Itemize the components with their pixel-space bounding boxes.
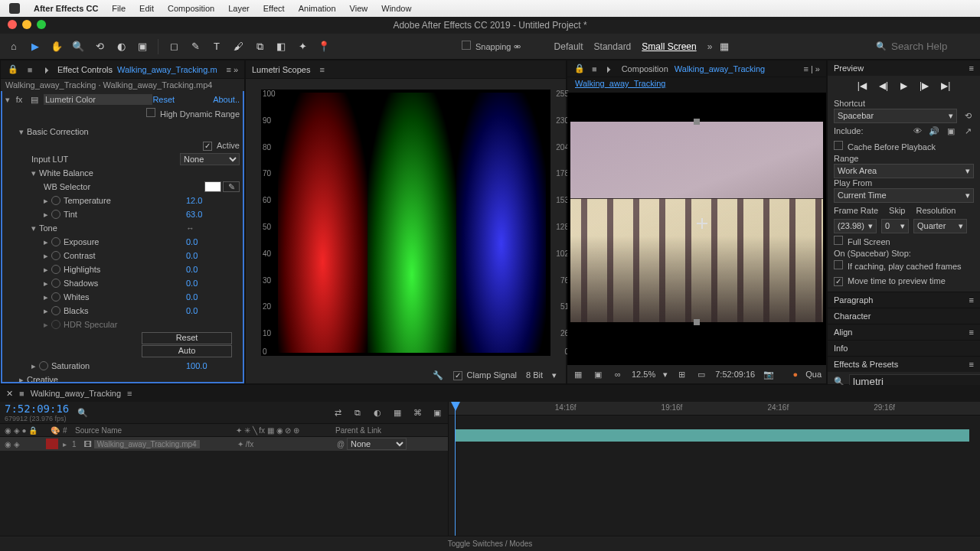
stopwatch-icon[interactable] <box>51 251 60 260</box>
toggle-switches-button[interactable]: Toggle Switches / Modes <box>0 537 980 551</box>
playfrom-select[interactable]: Current Time▾ <box>834 188 974 203</box>
effect-controls-clip[interactable]: Walking_away_Tracking.m <box>117 65 217 74</box>
eyedropper-white-icon[interactable] <box>204 181 221 192</box>
stopwatch-icon[interactable] <box>51 265 60 274</box>
viewer-timecode[interactable]: 7:52:09:16 <box>715 370 755 379</box>
reset-icon[interactable]: ⟲ <box>962 111 974 121</box>
time-ruler[interactable]: 14:16f 19:16f 24:16f 29:16f <box>449 402 980 416</box>
fps-select[interactable]: (23.98)▾ <box>834 219 877 233</box>
tone-auto-button[interactable]: Auto <box>142 345 232 357</box>
shadows-value[interactable]: 0.0 <box>186 279 240 288</box>
zoom-tool-icon[interactable]: 🔍 <box>69 37 87 56</box>
transform-handle[interactable] <box>694 119 700 125</box>
snapping-toggle[interactable]: Snapping ⚮ <box>462 41 521 52</box>
workspace-default[interactable]: Default <box>554 41 583 52</box>
close-tab-icon[interactable]: ✕ <box>6 389 13 399</box>
composition-tab[interactable]: Composition <box>622 64 668 73</box>
app-name[interactable]: After Effects CC <box>34 4 98 13</box>
minimize-window-icon[interactable] <box>22 20 31 29</box>
temperature-value[interactable]: 12.0 <box>186 196 240 205</box>
tone-reset-button[interactable]: Reset <box>142 332 232 344</box>
prev-frame-icon[interactable]: ◀| <box>879 80 888 91</box>
zoom-window-icon[interactable] <box>37 20 46 29</box>
external-icon[interactable]: ↗ <box>962 126 974 136</box>
grid-icon[interactable]: ▦ <box>572 370 584 380</box>
close-window-icon[interactable] <box>8 20 17 29</box>
blacks-value[interactable]: 0.0 <box>186 306 240 315</box>
playhead[interactable] <box>455 402 456 536</box>
anchor-point-icon[interactable] <box>697 218 707 229</box>
menu-edit[interactable]: Edit <box>139 4 154 13</box>
workspace-small-screen[interactable]: Small Screen <box>642 41 696 52</box>
exposure-value[interactable]: 0.0 <box>186 237 240 246</box>
stopwatch-icon[interactable] <box>51 210 60 219</box>
brush-tool-icon[interactable]: 🖌 <box>229 37 247 56</box>
bit-depth[interactable]: 8 Bit <box>526 370 543 380</box>
parent-select[interactable]: None <box>347 438 407 450</box>
skip-select[interactable]: 0▾ <box>881 219 909 233</box>
tl-switch2-icon[interactable]: ⧉ <box>351 408 364 418</box>
pen-tool-icon[interactable]: ✎ <box>186 37 204 56</box>
selection-tool-icon[interactable]: ▶ <box>26 37 44 56</box>
menu-layer[interactable]: Layer <box>228 4 250 13</box>
tone-group[interactable]: Tone <box>39 223 186 233</box>
white-balance-group[interactable]: White Balance <box>39 168 240 178</box>
menu-animation[interactable]: Animation <box>299 4 336 13</box>
move-time-checkbox[interactable]: Move time to preview time <box>834 276 946 286</box>
fx-toggle-icon[interactable]: fx <box>13 95 25 104</box>
menu-effect[interactable]: Effect <box>263 4 285 13</box>
audio-icon[interactable]: 🔊 <box>928 126 940 136</box>
basic-correction-group[interactable]: Basic Correction <box>27 127 240 136</box>
overlay-icon[interactable]: ▣ <box>945 126 957 136</box>
effect-reset-link[interactable]: Reset <box>152 95 175 104</box>
whites-value[interactable]: 0.0 <box>186 292 240 302</box>
align-panel-tab[interactable]: Align <box>834 328 852 337</box>
lock-icon[interactable]: 🔒 <box>7 64 19 74</box>
tl-switch6-icon[interactable]: ▣ <box>431 408 443 418</box>
tl-switch5-icon[interactable]: ⌘ <box>411 408 423 418</box>
stopwatch-icon[interactable] <box>51 292 60 302</box>
active-checkbox[interactable]: Active <box>203 141 240 151</box>
puppet-tool-icon[interactable]: 📍 <box>315 37 333 56</box>
menu-composition[interactable]: Composition <box>168 4 214 13</box>
timeline-tab[interactable]: Walking_away_Tracking <box>31 389 121 398</box>
clone-tool-icon[interactable]: ⧉ <box>250 37 269 56</box>
help-search[interactable]: 🔍 <box>876 41 975 52</box>
timeline-track-area[interactable]: 14:16f 19:16f 24:16f 29:16f <box>449 402 980 536</box>
stopwatch-icon[interactable] <box>51 237 60 246</box>
layer-name[interactable]: Walking_away_Tracking.mp4 <box>94 440 200 448</box>
roto-tool-icon[interactable]: ✦ <box>293 37 312 56</box>
contrast-value[interactable]: 0.0 <box>186 251 240 260</box>
highlights-value[interactable]: 0.0 <box>186 265 240 274</box>
orbit-tool-icon[interactable]: ⟲ <box>90 37 109 56</box>
effects-presets-panel-tab[interactable]: Effects & Presets <box>834 360 898 369</box>
effect-controls-tab[interactable]: Effect Controls <box>57 65 113 74</box>
camera-tool-icon[interactable]: ▣ <box>133 37 152 56</box>
eraser-tool-icon[interactable]: ◧ <box>272 37 290 56</box>
home-icon[interactable]: ⌂ <box>5 37 23 56</box>
composition-name[interactable]: Walking_away_Tracking <box>675 64 765 73</box>
quality-label[interactable]: Qua <box>805 370 822 379</box>
region-icon[interactable]: ▭ <box>695 370 707 380</box>
fullscreen-checkbox[interactable]: Full Screen <box>834 236 890 246</box>
lock-icon[interactable]: 🔒 <box>573 64 586 73</box>
workspace-overflow-icon[interactable]: » <box>707 41 713 52</box>
next-frame-icon[interactable]: |▶ <box>920 80 929 91</box>
mask-icon[interactable]: ▣ <box>592 370 604 380</box>
stopwatch-icon[interactable] <box>51 306 60 315</box>
stopwatch-icon[interactable] <box>39 361 48 370</box>
macos-menubar[interactable]: After Effects CC File Edit Composition L… <box>0 0 980 17</box>
creative-group[interactable]: Creative <box>27 375 240 383</box>
input-lut-select[interactable]: None <box>180 153 240 165</box>
stopwatch-icon[interactable] <box>51 196 60 205</box>
apple-menu-icon[interactable] <box>9 3 20 14</box>
clamp-signal-checkbox[interactable]: Clamp Signal <box>453 370 517 380</box>
first-frame-icon[interactable]: |◀ <box>858 80 867 91</box>
stopwatch-icon[interactable] <box>51 279 60 288</box>
resolution-select[interactable]: Quarter▾ <box>913 219 967 233</box>
preview-panel-tab[interactable]: Preview <box>834 64 864 73</box>
rotate-tool-icon[interactable]: ◐ <box>112 37 130 56</box>
last-frame-icon[interactable]: ▶| <box>941 80 950 91</box>
cached-frames-checkbox[interactable]: If caching, play cached frames <box>834 260 962 271</box>
menu-window[interactable]: Window <box>381 4 411 13</box>
